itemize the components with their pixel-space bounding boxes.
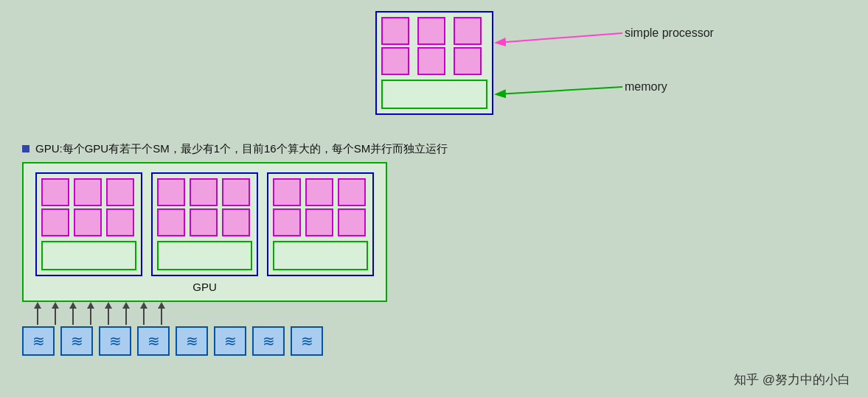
wave-symbol: ≋	[301, 332, 313, 350]
arrow-head	[105, 302, 112, 309]
arrow-head	[69, 302, 77, 309]
arrow-head	[158, 302, 165, 309]
proc-cell	[222, 208, 250, 236]
svg-line-0	[497, 33, 622, 43]
proc-cell	[106, 208, 134, 236]
wave-box-2: ≋	[60, 326, 93, 356]
wave-boxes-row: ≋ ≋ ≋ ≋ ≋ ≋ ≋	[22, 326, 323, 356]
arrow-up-5	[105, 302, 112, 325]
annotation-svg: simple processor memory	[490, 7, 869, 136]
wave-box-8: ≋	[291, 326, 323, 356]
wave-box-4: ≋	[137, 326, 170, 356]
arrow-stem	[161, 309, 162, 325]
proc-cell	[41, 178, 69, 206]
sm-unit-2	[151, 172, 258, 276]
wave-box-7: ≋	[252, 326, 285, 356]
wave-box-1: ≋	[22, 326, 55, 356]
wave-symbol: ≋	[147, 332, 160, 350]
arrow-up-7	[140, 302, 147, 325]
wave-symbol: ≋	[109, 332, 122, 350]
svg-text:simple processor: simple processor	[625, 27, 715, 39]
bullet-icon	[22, 145, 29, 152]
proc-cell	[381, 47, 409, 75]
proc-grid-1	[41, 178, 136, 236]
proc-cell	[41, 208, 69, 236]
wave-symbol: ≋	[32, 332, 45, 350]
proc-cell	[74, 178, 102, 206]
proc-grid-2	[157, 178, 252, 236]
proc-cell	[106, 178, 134, 206]
arrow-head	[122, 302, 130, 309]
wave-box-5: ≋	[176, 326, 208, 356]
proc-cell	[305, 178, 333, 206]
proc-cell	[381, 17, 409, 45]
bullet-label: GPU:每个GPU有若干个SM，最少有1个，目前16个算大的，每个SM并行而独立…	[35, 142, 448, 156]
proc-cell	[454, 47, 482, 75]
proc-cell	[338, 208, 366, 236]
svg-text:memory: memory	[625, 80, 667, 93]
gpu-outer-box: GPU	[22, 162, 387, 302]
processor-grid-top	[381, 17, 487, 75]
proc-cell	[417, 47, 445, 75]
proc-grid-3	[273, 178, 368, 236]
wave-symbol: ≋	[224, 332, 237, 350]
arrow-up-1	[34, 302, 41, 325]
arrow-up-3	[69, 302, 77, 325]
proc-cell	[157, 178, 185, 206]
arrow-head	[34, 302, 41, 309]
arrow-up-4	[87, 302, 94, 325]
wave-box-6: ≋	[214, 326, 246, 356]
watermark: 知乎 @努力中的小白	[734, 371, 850, 388]
wave-symbol: ≋	[263, 332, 275, 350]
gpu-units-row	[35, 172, 374, 276]
top-section: simple processor memory	[15, 7, 853, 136]
gpu-label: GPU	[192, 281, 217, 293]
arrow-stem	[125, 309, 127, 325]
arrow-stem	[37, 309, 38, 325]
wave-symbol: ≋	[186, 332, 198, 350]
proc-cell	[454, 17, 482, 45]
proc-cell	[190, 178, 218, 206]
proc-cell	[273, 208, 301, 236]
arrow-up-6	[122, 302, 130, 325]
proc-cell	[273, 178, 301, 206]
proc-cell	[74, 208, 102, 236]
bottom-section: GPU	[15, 162, 853, 356]
proc-cell	[157, 208, 185, 236]
arrow-stem	[72, 309, 74, 325]
arrow-head	[87, 302, 94, 309]
memory-bar-1	[41, 241, 136, 270]
arrow-stem	[90, 309, 91, 325]
single-sm-unit	[375, 11, 493, 115]
wave-box-3: ≋	[99, 326, 131, 356]
memory-bar-top	[381, 80, 487, 109]
proc-cell	[190, 208, 218, 236]
memory-bar-3	[273, 241, 368, 270]
proc-cell	[222, 178, 250, 206]
proc-cell	[305, 208, 333, 236]
proc-cell	[338, 178, 366, 206]
sm-unit-3	[267, 172, 374, 276]
memory-bar-2	[157, 241, 252, 270]
arrow-stem	[143, 309, 145, 325]
wave-symbol: ≋	[71, 332, 83, 350]
arrow-stem	[55, 309, 56, 325]
gpu-and-arrows: GPU	[15, 162, 853, 356]
svg-line-2	[497, 87, 622, 94]
arrows-into-gpu	[34, 302, 165, 325]
arrow-head	[52, 302, 59, 309]
bullet-text: GPU:每个GPU有若干个SM，最少有1个，目前16个算大的，每个SM并行而独立…	[22, 142, 853, 156]
arrow-up-8	[158, 302, 165, 325]
arrow-head	[140, 302, 147, 309]
sm-unit-1	[35, 172, 142, 276]
arrow-up-2	[52, 302, 59, 325]
proc-cell	[417, 17, 445, 45]
arrow-stem	[108, 309, 109, 325]
main-container: simple processor memory GPU:每个GPU有若干个SM，…	[0, 0, 868, 397]
